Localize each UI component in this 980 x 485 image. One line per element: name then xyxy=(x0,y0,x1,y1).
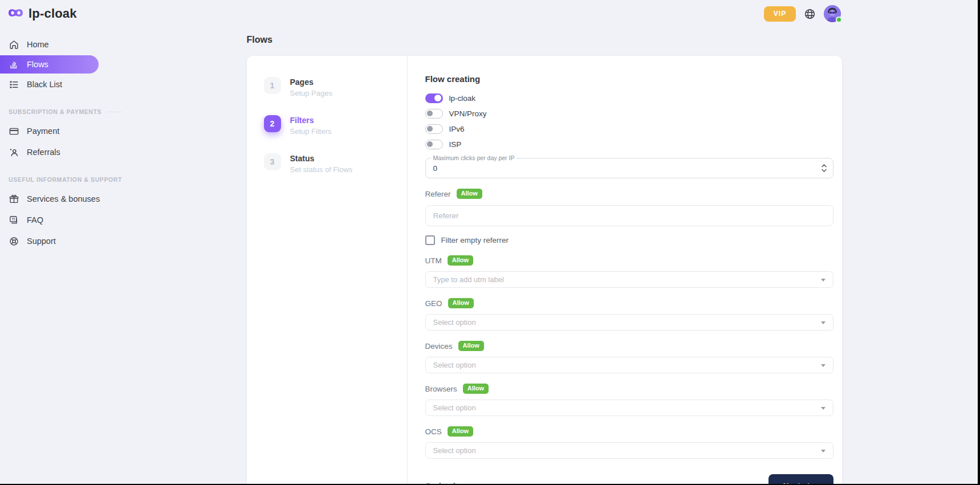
flow-creating-form: Flow creating lp-cloak VPN/Proxy IPv6 IS… xyxy=(408,56,842,485)
sidebar-item-support[interactable]: Support xyxy=(0,232,108,250)
user-avatar[interactable] xyxy=(824,5,841,22)
form-title: Flow creating xyxy=(425,74,833,84)
devices-label: Devices xyxy=(425,342,453,350)
step-subtitle: Set status of Flows xyxy=(290,165,353,174)
step-subtitle: Setup Pages xyxy=(290,89,332,97)
sidebar: Home Flows Black List xyxy=(0,27,108,253)
max-clicks-field: Maximum clicks per day per IP xyxy=(425,158,833,178)
blacklist-icon xyxy=(9,79,19,90)
sidebar-item-label: Home xyxy=(27,40,49,49)
svg-text:?!: ?! xyxy=(11,217,15,221)
brand-name: lp-cloak xyxy=(29,6,77,21)
filter-empty-referrer-checkbox[interactable] xyxy=(425,235,435,245)
toggle-label: ISP xyxy=(449,140,462,149)
topbar: lp-cloak VIP xyxy=(0,0,980,27)
toggle-label: lp-cloak xyxy=(449,94,476,103)
credit-card-icon xyxy=(9,126,19,137)
sidebar-item-label: Payment xyxy=(27,127,59,136)
stepper: 1 Pages Setup Pages 2 Filters Setup Filt… xyxy=(247,56,408,485)
home-icon xyxy=(9,39,19,50)
step-number: 3 xyxy=(264,153,281,170)
devices-select[interactable]: Select option xyxy=(425,357,833,373)
devices-allow-badge[interactable]: Allow xyxy=(458,341,484,351)
max-clicks-label: Maximum clicks per day per IP xyxy=(431,154,517,161)
step-title: Filters xyxy=(290,116,332,125)
online-status-dot xyxy=(836,17,842,23)
chevron-down-icon xyxy=(821,279,826,282)
sidebar-item-black-list[interactable]: Black List xyxy=(0,75,108,93)
sidebar-item-label: Services & bonuses xyxy=(27,194,100,203)
vpn-proxy-toggle[interactable] xyxy=(425,109,443,119)
section-divider xyxy=(107,112,123,112)
ocs-group-label: OCS Allow xyxy=(425,426,833,437)
sidebar-item-flows[interactable]: Flows xyxy=(0,55,99,74)
referer-label: Referer xyxy=(425,190,451,198)
sidebar-section-title: SUBSCRIPTION & PAYMENTS xyxy=(0,108,108,115)
lp-cloak-toggle[interactable] xyxy=(425,93,443,103)
language-globe-icon[interactable] xyxy=(804,8,816,20)
page-title: Flows xyxy=(247,35,842,45)
browsers-allow-badge[interactable]: Allow xyxy=(463,384,489,394)
toggle-label: IPv6 xyxy=(449,125,465,133)
referer-group-label: Referer Allow xyxy=(425,188,833,199)
step-subtitle: Setup Filters xyxy=(290,127,332,136)
topbar-right: VIP xyxy=(764,5,841,22)
number-stepper-icon[interactable] xyxy=(822,164,827,172)
main-area: Flows 1 Pages Setup Pages 2 Filters Setu… xyxy=(108,27,980,485)
gift-icon xyxy=(9,194,19,205)
browsers-label: Browsers xyxy=(425,385,457,393)
ocs-allow-badge[interactable]: Allow xyxy=(448,426,473,437)
sidebar-section-title: USEFUL INFORMATION & SUPPORT xyxy=(0,176,108,183)
select-placeholder: Type to add utm label xyxy=(433,275,504,284)
ocs-select[interactable]: Select option xyxy=(425,442,833,459)
brand-logo[interactable]: lp-cloak xyxy=(8,6,77,21)
sidebar-item-label: Referrals xyxy=(27,148,60,157)
select-placeholder: Select option xyxy=(433,446,476,455)
utm-allow-badge[interactable]: Allow xyxy=(448,255,473,266)
geo-allow-badge[interactable]: Allow xyxy=(448,298,474,308)
select-placeholder: Select option xyxy=(433,318,476,327)
max-clicks-input[interactable] xyxy=(426,158,833,178)
browsers-select[interactable]: Select option xyxy=(425,400,833,416)
step-number: 1 xyxy=(264,77,281,94)
sidebar-item-label: Black List xyxy=(27,80,62,89)
utm-select[interactable]: Type to add utm label xyxy=(425,271,833,288)
step-title: Pages xyxy=(290,78,332,87)
toggle-label: VPN/Proxy xyxy=(449,109,487,118)
filter-empty-referrer-row[interactable]: Filter empty referrer xyxy=(425,235,833,245)
referer-input[interactable] xyxy=(425,205,833,226)
select-placeholder: Select option xyxy=(433,361,476,369)
referer-allow-badge[interactable]: Allow xyxy=(457,189,482,199)
toggle-row-vpn-proxy: VPN/Proxy xyxy=(425,108,833,119)
geo-select[interactable]: Select option xyxy=(425,314,833,331)
geo-label: GEO xyxy=(425,299,442,308)
step-status[interactable]: 3 Status Set status of Flows xyxy=(264,153,396,174)
chevron-down-icon xyxy=(821,321,826,324)
checkbox-label: Filter empty referrer xyxy=(441,236,509,244)
sidebar-item-payment[interactable]: Payment xyxy=(0,122,108,140)
select-placeholder: Select option xyxy=(433,404,476,412)
flows-icon xyxy=(9,59,19,70)
utm-label: UTM xyxy=(425,256,442,265)
toggle-row-ipv6: IPv6 xyxy=(425,123,833,135)
utm-group-label: UTM Allow xyxy=(425,255,833,266)
isp-toggle[interactable] xyxy=(425,140,443,149)
chevron-down-icon xyxy=(821,450,826,453)
sidebar-item-services-bonuses[interactable]: Services & bonuses xyxy=(0,190,108,208)
sidebar-item-referrals[interactable]: Referrals xyxy=(0,143,108,161)
step-filters[interactable]: 2 Filters Setup Filters xyxy=(264,115,396,136)
flow-card: 1 Pages Setup Pages 2 Filters Setup Filt… xyxy=(247,56,842,485)
browsers-group-label: Browsers Allow xyxy=(425,383,833,394)
lifebuoy-icon xyxy=(9,236,19,247)
vip-button[interactable]: VIP xyxy=(764,6,796,22)
chevron-down-icon xyxy=(821,364,826,367)
ipv6-toggle[interactable] xyxy=(425,124,443,134)
sidebar-item-faq[interactable]: ?! FAQ xyxy=(0,211,108,229)
ocs-label: OCS xyxy=(425,427,442,436)
toggle-row-isp: ISP xyxy=(425,138,833,150)
sidebar-item-home[interactable]: Home xyxy=(0,35,108,54)
sidebar-item-label: Flows xyxy=(27,60,48,69)
step-pages[interactable]: 1 Pages Setup Pages xyxy=(264,77,396,97)
screen-edge-right xyxy=(978,0,980,485)
devices-group-label: Devices Allow xyxy=(425,340,833,352)
